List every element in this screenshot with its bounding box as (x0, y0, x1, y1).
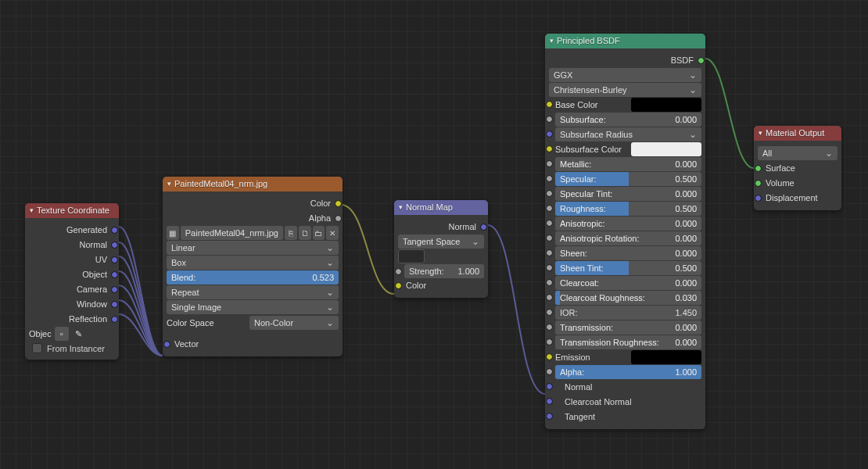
socket[interactable] (546, 234, 553, 242)
node-principled-bsdf[interactable]: ▾Principled BSDF BSDF GGX Christensen-Bu… (545, 34, 705, 429)
target-dropdown[interactable]: All (758, 146, 838, 160)
sss-method-dropdown[interactable]: Christensen-Burley (549, 83, 701, 97)
color-swatch[interactable] (631, 98, 702, 112)
slider[interactable]: Specular:0.500 (555, 172, 701, 186)
socket[interactable] (546, 368, 553, 375)
blend-slider[interactable]: Blend: 0.523 (167, 270, 339, 285)
object-icon[interactable]: ▫ (55, 327, 69, 341)
socket[interactable] (546, 101, 553, 108)
socket[interactable] (111, 271, 118, 278)
socket[interactable] (755, 165, 762, 172)
socket[interactable] (111, 301, 118, 308)
node-normal-map[interactable]: ▾Normal Map Normal Tangent Space Strengt… (394, 200, 488, 298)
node-texture-coordinate[interactable]: ▾Texture Coordinate GeneratedNormalUVObj… (25, 203, 119, 360)
socket[interactable] (546, 353, 553, 360)
collapse-icon[interactable]: ▾ (30, 203, 34, 218)
unlink-icon[interactable]: ✕ (326, 226, 339, 240)
slider[interactable]: Anisotropic:0.000 (555, 217, 701, 231)
collapse-icon[interactable]: ▾ (399, 200, 403, 215)
uvmap-field[interactable] (398, 249, 484, 263)
socket[interactable] (546, 175, 553, 182)
slider[interactable]: Transmission:0.000 (555, 320, 701, 335)
socket[interactable] (546, 279, 553, 286)
node-header[interactable]: ▾PaintedMetal04_nrm.jpg (163, 177, 343, 192)
socket[interactable] (546, 309, 553, 316)
socket[interactable] (546, 145, 553, 152)
slider[interactable]: Alpha:1.000 (555, 365, 701, 379)
link-icon[interactable]: ⎘ (285, 226, 297, 240)
slider[interactable]: Sheen Tint:0.500 (555, 261, 701, 275)
colorspace-dropdown[interactable]: Non-Color (249, 316, 339, 330)
socket[interactable] (546, 160, 553, 167)
socket[interactable] (546, 116, 553, 123)
socket[interactable] (546, 264, 553, 271)
input-surface: Surface (758, 161, 838, 175)
socket[interactable] (335, 215, 342, 222)
dropdown[interactable]: Subsurface Radius (555, 127, 701, 141)
socket[interactable] (546, 131, 553, 138)
node-header[interactable]: ▾Texture Coordinate (25, 203, 119, 218)
slider[interactable]: Sheen:0.000 (555, 246, 701, 260)
collapse-icon[interactable]: ▾ (759, 126, 762, 141)
extension-dropdown[interactable]: Repeat (167, 285, 339, 299)
collapse-icon[interactable]: ▾ (167, 177, 171, 192)
socket[interactable] (546, 294, 553, 301)
collapse-icon[interactable]: ▾ (550, 34, 554, 48)
socket[interactable] (546, 324, 553, 331)
socket[interactable] (546, 220, 553, 227)
socket[interactable] (698, 57, 705, 64)
slider[interactable]: Roughness:0.500 (555, 202, 701, 216)
socket[interactable] (335, 200, 342, 207)
socket[interactable] (546, 190, 553, 197)
source-dropdown[interactable]: Single Image (167, 300, 339, 314)
output-normal: Normal (398, 220, 484, 234)
socket[interactable] (111, 286, 118, 293)
slider[interactable]: Metallic:0.000 (555, 157, 701, 171)
node-header[interactable]: ▾Normal Map (394, 200, 488, 215)
eyedropper-icon[interactable]: ✎ (72, 327, 86, 341)
slider[interactable]: Subsurface:0.000 (555, 113, 701, 127)
node-material-output[interactable]: ▾Material Output All SurfaceVolumeDispla… (754, 126, 841, 210)
input-vector: Vector (167, 337, 339, 351)
slider[interactable]: Transmission Roughness:0.000 (555, 335, 701, 349)
color-swatch[interactable] (631, 350, 702, 364)
distribution-dropdown[interactable]: GGX (549, 68, 701, 82)
socket[interactable] (480, 224, 487, 231)
socket[interactable] (111, 227, 118, 234)
image-name[interactable]: PaintedMetal04_nrm.jpg (181, 226, 283, 240)
image-file-row[interactable]: ▦ PaintedMetal04_nrm.jpg ⎘ 🗋 🗀 ✕ (167, 226, 339, 240)
node-header[interactable]: ▾Material Output (754, 126, 841, 141)
socket[interactable] (755, 180, 762, 187)
space-dropdown[interactable]: Tangent Space (398, 234, 484, 249)
slider[interactable]: Anisotropic Rotation:0.000 (555, 231, 701, 245)
socket[interactable] (395, 282, 402, 289)
open-icon[interactable]: 🗀 (313, 226, 325, 240)
value-field[interactable]: IOR:1.450 (555, 306, 701, 320)
file-icon[interactable]: 🗋 (299, 226, 311, 240)
input-color: Color (398, 278, 484, 292)
slider[interactable]: Clearcoat:0.000 (555, 276, 701, 290)
socket[interactable] (163, 341, 170, 348)
color-swatch[interactable] (631, 142, 702, 156)
socket[interactable] (546, 205, 553, 212)
image-browse-icon[interactable]: ▦ (167, 226, 179, 240)
checkbox-icon[interactable] (32, 343, 42, 353)
socket[interactable] (546, 338, 553, 345)
slider[interactable]: Clearcoat Roughness:0.030 (555, 291, 701, 305)
socket[interactable] (755, 195, 762, 202)
socket[interactable] (111, 256, 118, 263)
slider[interactable]: Specular Tint:0.000 (555, 187, 701, 201)
interpolation-dropdown[interactable]: Linear (167, 241, 339, 255)
bsdf-sheen-: Sheen:0.000 (549, 246, 701, 260)
from-instancer-checkbox[interactable]: From Instancer (29, 342, 115, 355)
strength-field[interactable]: Strength: 1.000 (404, 264, 484, 278)
node-header[interactable]: ▾Principled BSDF (545, 34, 705, 48)
node-image-texture[interactable]: ▾PaintedMetal04_nrm.jpg Color Alpha ▦ Pa… (163, 177, 343, 356)
socket[interactable] (111, 242, 118, 249)
object-picker[interactable]: Objec ▫ ✎ (29, 327, 115, 341)
socket[interactable] (395, 268, 402, 275)
projection-dropdown[interactable]: Box (167, 256, 339, 270)
socket[interactable] (546, 249, 553, 256)
swatch-icon[interactable] (398, 249, 425, 263)
socket[interactable] (111, 316, 118, 323)
